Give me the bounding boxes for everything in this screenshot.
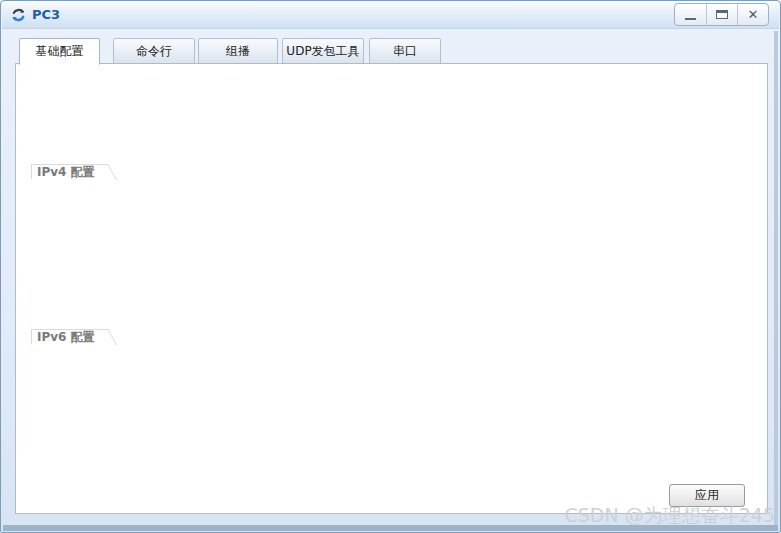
tab-udp-tool[interactable]: UDP发包工具	[282, 38, 364, 64]
ipv4-group-label: IPv4 配置	[31, 164, 99, 179]
minimize-icon	[685, 18, 696, 20]
ensp-app-icon	[10, 7, 27, 23]
maximize-button[interactable]	[706, 4, 737, 25]
ipv6-group-label: IPv6 配置	[31, 329, 99, 344]
minimize-button[interactable]	[675, 4, 706, 25]
window-title: PC3	[32, 7, 60, 22]
basic-config-panel	[15, 63, 768, 514]
csdn-watermark: CSDN @为理想奋斗245	[565, 503, 775, 529]
tab-multicast[interactable]: 组播	[198, 38, 278, 64]
window-controls: ✕	[674, 3, 769, 26]
pc-config-window: PC3 ✕ 基础配置 命令行 组播 UDP发包工具 串口 主机名: MAC 地址…	[0, 0, 781, 533]
close-icon: ✕	[748, 8, 759, 21]
window-frame-right	[774, 31, 778, 530]
tab-command-line[interactable]: 命令行	[113, 38, 195, 64]
title-bar[interactable]: PC3 ✕	[2, 1, 779, 29]
tab-basic-config[interactable]: 基础配置	[19, 38, 100, 65]
close-button[interactable]: ✕	[737, 4, 768, 25]
maximize-icon	[716, 10, 728, 19]
tab-serial[interactable]: 串口	[369, 38, 441, 64]
